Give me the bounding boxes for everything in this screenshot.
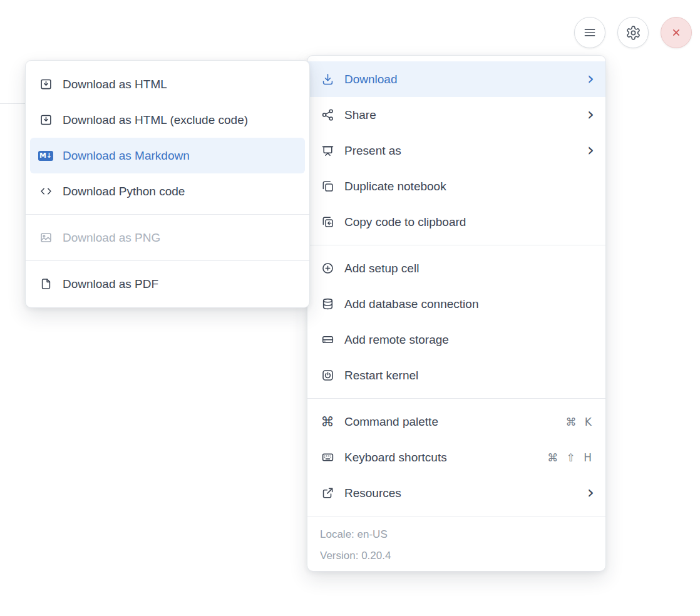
menu-item-label: Download as Markdown	[63, 149, 298, 163]
menu-separator	[307, 398, 605, 399]
notebook-actions-menu: Download › Share › Present as › Duplicat…	[307, 55, 606, 572]
app-stage: Download › Share › Present as › Duplicat…	[0, 0, 700, 616]
menu-item-label: Download as PNG	[63, 231, 298, 245]
menu-item-label: Download	[344, 73, 578, 86]
menu-item-label: Add database connection	[344, 297, 594, 311]
menu-item-keyboard-shortcuts[interactable]: Keyboard shortcuts ⌘ ⇧ H	[307, 439, 605, 475]
download-box-icon	[38, 78, 53, 91]
locale-text: Locale: en-US	[320, 528, 593, 541]
hamburger-menu-icon	[582, 25, 597, 40]
menu-item-label: Present as	[344, 144, 578, 158]
menu-item-add-remote-storage[interactable]: Add remote storage	[307, 322, 605, 357]
menu-item-resources[interactable]: Resources ›	[307, 475, 605, 511]
menu-separator	[26, 214, 309, 215]
share-icon	[320, 108, 335, 121]
menu-item-label: Add remote storage	[344, 333, 594, 347]
menu-item-share[interactable]: Share ›	[307, 97, 605, 133]
menu-separator	[307, 516, 605, 516]
menu-item-copy-code[interactable]: Copy code to clipboard	[307, 204, 605, 240]
menu-separator	[307, 245, 605, 245]
menu-item-label: Add setup cell	[344, 262, 594, 275]
menu-footer: Locale: en-US Version: 0.20.4	[307, 521, 605, 565]
menu-separator	[26, 260, 309, 261]
power-icon	[320, 369, 335, 382]
menu-item-add-database-connection[interactable]: Add database connection	[307, 286, 605, 322]
menu-item-present-as[interactable]: Present as ›	[307, 133, 605, 168]
code-icon	[38, 185, 53, 198]
duplicate-icon	[320, 180, 335, 193]
version-text: Version: 0.20.4	[320, 550, 593, 562]
database-icon	[320, 297, 335, 311]
submenu-item-download-markdown[interactable]: M↓ Download as Markdown	[30, 138, 305, 173]
download-icon	[320, 73, 335, 86]
menu-item-label: Share	[344, 108, 578, 122]
download-box-icon	[38, 113, 53, 126]
settings-button[interactable]	[617, 17, 649, 48]
page-underlay-divider	[0, 103, 25, 104]
markdown-icon: M↓	[38, 151, 53, 161]
menu-item-label: Command palette	[344, 415, 556, 429]
menu-item-label: Keyboard shortcuts	[344, 451, 538, 465]
chevron-right-icon: ›	[587, 72, 594, 86]
close-x-icon	[669, 26, 683, 39]
menu-item-duplicate-notebook[interactable]: Duplicate notebook	[307, 168, 605, 204]
menu-item-label: Download as HTML (exclude code)	[63, 113, 298, 127]
command-icon: ⌘	[320, 415, 335, 428]
submenu-item-download-html[interactable]: Download as HTML	[26, 66, 309, 102]
menu-item-label: Copy code to clipboard	[344, 215, 594, 229]
presentation-icon	[320, 144, 335, 157]
image-icon	[38, 231, 53, 244]
menu-item-restart-kernel[interactable]: Restart kernel	[307, 357, 605, 393]
menu-item-add-setup-cell[interactable]: Add setup cell	[307, 250, 605, 286]
menu-item-label: Duplicate notebook	[344, 180, 594, 193]
keyboard-icon	[320, 451, 335, 464]
hard-drive-icon	[320, 333, 335, 346]
menu-item-label: Restart kernel	[344, 369, 594, 382]
download-submenu: Download as HTML Download as HTML (exclu…	[25, 60, 310, 308]
submenu-item-download-png[interactable]: Download as PNG	[26, 220, 309, 255]
menu-item-label: Download Python code	[63, 185, 298, 198]
menu-item-command-palette[interactable]: ⌘ Command palette ⌘ K	[307, 404, 605, 439]
chevron-right-icon: ›	[587, 143, 594, 157]
submenu-item-download-html-exclude-code[interactable]: Download as HTML (exclude code)	[26, 102, 309, 138]
file-icon	[38, 277, 53, 290]
add-circle-icon	[320, 262, 335, 275]
menu-item-label: Download as PDF	[63, 277, 298, 291]
external-link-icon	[320, 486, 335, 500]
gear-icon	[625, 25, 641, 41]
shortcut-hint: ⌘ ⇧ H	[547, 451, 594, 464]
chevron-right-icon: ›	[587, 486, 594, 500]
menu-item-label: Resources	[344, 486, 578, 500]
copy-code-icon	[320, 215, 335, 228]
markdown-badge: M↓	[38, 151, 53, 161]
shortcut-hint: ⌘ K	[565, 416, 594, 428]
menu-item-label: Download as HTML	[63, 78, 298, 91]
notebook-menu-button[interactable]	[574, 17, 605, 48]
shutdown-button[interactable]	[661, 17, 692, 48]
chevron-right-icon: ›	[587, 108, 594, 121]
menu-item-download[interactable]: Download ›	[307, 61, 605, 97]
submenu-item-download-pdf[interactable]: Download as PDF	[26, 266, 309, 302]
submenu-item-download-python[interactable]: Download Python code	[26, 173, 309, 209]
